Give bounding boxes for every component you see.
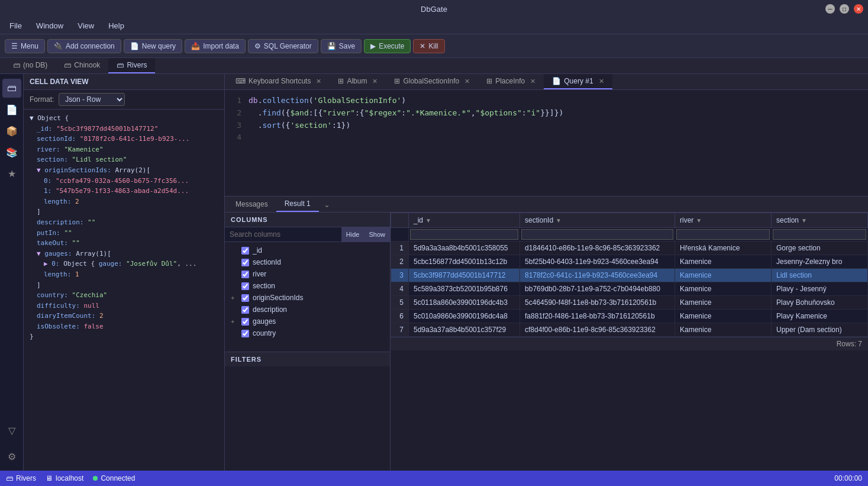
add-connection-button[interactable]: 🔌 Add connection	[47, 39, 121, 53]
table-row[interactable]: 3 5cbc3f9877dd45001b147712 8178f2c0-641c…	[391, 269, 868, 282]
album-table-icon: ⊞	[338, 77, 344, 85]
kill-button[interactable]: ✕ Kill	[413, 39, 444, 53]
columns-list: _id sectionId river	[225, 242, 390, 352]
data-grid-container[interactable]: _id ▼ sectionId ▼	[391, 213, 868, 471]
filter-input-id[interactable]	[410, 229, 518, 240]
close-global[interactable]: ✕	[464, 78, 470, 85]
global-table-icon: ⊞	[394, 77, 400, 85]
filter-input-section[interactable]	[773, 229, 866, 240]
format-label: Format:	[30, 95, 54, 104]
header-id[interactable]: _id ▼	[409, 213, 520, 228]
cell-sectionid: fa881f20-f486-11e8-bb73-3b716120561b	[520, 310, 675, 323]
header-river[interactable]: river ▼	[675, 213, 771, 228]
table-row[interactable]: 1 5d9a3a3aa8b4b5001c358055 d1846410-e86b…	[391, 242, 868, 255]
cell-sectionid: bb769db0-28b7-11e9-a752-c7b0494eb880	[520, 282, 675, 296]
table-row[interactable]: 6 5c010a9860e39900196dc4a8 fa881f20-f486…	[391, 310, 868, 323]
col-checkbox-originsectionids[interactable]	[241, 294, 249, 302]
show-button[interactable]: Show	[364, 227, 390, 242]
save-button[interactable]: 💾 Save	[321, 39, 362, 53]
tab-query1[interactable]: 📄 Query #1 ✕	[544, 74, 612, 89]
table-row[interactable]: 5 5c0118a860e39900196dc4b3 5c464590-f48f…	[391, 296, 868, 310]
sidebar-icon-packages[interactable]: 📚	[2, 143, 21, 162]
sidebar-icon-settings[interactable]: ⚙	[2, 447, 21, 466]
tab-more-button[interactable]: ⌄	[319, 198, 335, 211]
status-rivers: 🗃 Rivers	[6, 474, 36, 482]
menu-button[interactable]: ☰ Menu	[5, 39, 45, 53]
tab-outer-nodb-icon: 🗃	[13, 61, 20, 69]
sidebar-icon-db[interactable]: 🗃	[2, 79, 21, 98]
import-data-button[interactable]: 📥 Import data	[185, 39, 246, 53]
sql-generator-button[interactable]: ⚙ SQL Generator	[248, 39, 318, 53]
col-checkbox-id[interactable]	[241, 247, 249, 255]
tab-album[interactable]: ⊞ Album ✕	[330, 74, 386, 89]
table-row[interactable]: 7 5d9a3a37a8b4b5001c357f29 cf8d4f00-e86b…	[391, 323, 868, 337]
col-item-id: _id	[225, 244, 390, 256]
close-button[interactable]: ✕	[854, 4, 863, 14]
filters-content	[225, 366, 390, 471]
tab-outer-nodb[interactable]: 🗃 (no DB)	[5, 58, 56, 73]
col-item-gauges: + gauges	[225, 316, 390, 327]
header-section[interactable]: section ▼	[771, 213, 867, 228]
status-connected: Connected	[93, 474, 135, 482]
close-query1[interactable]: ✕	[599, 78, 604, 85]
code-line-2: 2 .find({$and:[{"river":{"$regex":".*Kam…	[230, 107, 863, 120]
col-checkbox-description[interactable]	[241, 306, 249, 314]
sidebar-icon-file[interactable]: 📄	[2, 100, 21, 119]
maximize-button[interactable]: □	[840, 4, 849, 14]
table-row[interactable]: 2 5cbc156877dd45001b13c12b 5bf25b40-6403…	[391, 255, 868, 269]
menu-file[interactable]: File	[6, 20, 25, 31]
rivers-icon: 🗃	[6, 474, 13, 482]
tab-outer-rivers[interactable]: 🗃 Rivers	[108, 58, 155, 73]
col-item-river: river	[225, 268, 390, 280]
close-keyboard-shortcuts[interactable]: ✕	[316, 78, 321, 85]
tab-result1[interactable]: Result 1	[276, 197, 319, 212]
header-sectionid[interactable]: sectionId ▼	[520, 213, 675, 228]
col-checkbox-country[interactable]	[241, 330, 249, 337]
filter-input-sectionid[interactable]	[521, 229, 673, 240]
menu-view[interactable]: View	[74, 20, 98, 31]
filters-header: FILTERS	[225, 352, 390, 366]
execute-button[interactable]: ▶ Execute	[364, 39, 411, 53]
tab-messages[interactable]: Messages	[227, 197, 276, 211]
filter-icon-sectionid[interactable]: ▼	[556, 217, 562, 224]
cell-data-content: ▼ Object { _id: "5cbc3f9877dd45001b14771…	[24, 110, 224, 471]
table-row[interactable]: 4 5c589a3873cb52001b95b876 bb769db0-28b7…	[391, 282, 868, 296]
columns-search-input[interactable]	[225, 227, 341, 242]
menu-window[interactable]: Window	[33, 20, 67, 31]
minimize-button[interactable]: ─	[825, 4, 835, 14]
sidebar-icon-star[interactable]: ★	[2, 164, 21, 183]
sql-icon: ⚙	[254, 42, 261, 50]
menu-icon: ☰	[11, 42, 18, 50]
keyboard-icon: ⌨	[235, 77, 246, 85]
close-placeinfo[interactable]: ✕	[530, 78, 535, 85]
row-num: 6	[391, 310, 409, 323]
tab-outer-chinook[interactable]: 🗃 Chinook	[56, 58, 108, 73]
tab-global-section-info[interactable]: ⊞ GlobalSectionInfo ✕	[386, 74, 478, 89]
new-query-button[interactable]: 📄 New query	[124, 39, 182, 53]
code-editor[interactable]: 1 db.collection('GlobalSectionInfo') 2 .…	[225, 90, 868, 197]
hide-button[interactable]: Hide	[341, 227, 364, 242]
filter-input-river[interactable]	[676, 229, 770, 240]
tab-keyboard-shortcuts[interactable]: ⌨ Keyboard Shortcuts ✕	[227, 74, 330, 89]
cell-section: Jesenny-Zelezny bro	[771, 255, 867, 269]
execute-icon: ▶	[370, 42, 376, 50]
filter-icon-river[interactable]: ▼	[696, 217, 702, 224]
col-checkbox-sectionid[interactable]	[241, 259, 249, 266]
sidebar-icon-archive[interactable]: 📦	[2, 121, 21, 140]
header-rownum	[391, 213, 409, 228]
cell-data-title: CELL DATA VIEW	[24, 74, 224, 90]
cell-data-panel: CELL DATA VIEW Format: Json - Row Json -…	[24, 74, 225, 471]
col-checkbox-section[interactable]	[241, 282, 249, 290]
host-icon: 🖥	[46, 474, 53, 482]
tab-place-info[interactable]: ⊞ PlaceInfo ✕	[478, 74, 544, 89]
filter-icon-id[interactable]: ▼	[425, 217, 431, 224]
col-checkbox-river[interactable]	[241, 271, 249, 278]
title-bar-controls: ─ □ ✕	[825, 4, 863, 14]
menu-help[interactable]: Help	[105, 20, 128, 31]
format-select[interactable]: Json - Row Json - Column Text	[59, 93, 125, 106]
row-num: 2	[391, 255, 409, 269]
close-album[interactable]: ✕	[372, 78, 377, 85]
filter-icon-section[interactable]: ▼	[801, 217, 807, 224]
col-checkbox-gauges[interactable]	[241, 318, 249, 326]
sidebar-icon-down[interactable]: ▽	[2, 421, 21, 440]
